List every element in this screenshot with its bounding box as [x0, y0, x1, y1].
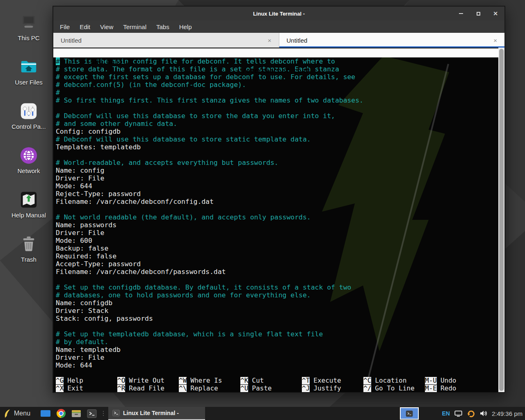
editor-line-10: Config: configdb: [53, 128, 498, 135]
desktop-icon-network[interactable]: Network: [3, 146, 54, 174]
menu-label: Menu: [14, 410, 30, 417]
editor-line-31: # databases, one to hold passwords and o…: [53, 291, 498, 299]
shortcut-label: Paste: [252, 384, 272, 392]
editor-line-16: Driver: File: [53, 174, 498, 182]
shortcut-key: ^W: [179, 377, 187, 384]
show-desktop-button[interactable]: [40, 409, 51, 418]
menu-item-tabs[interactable]: Tabs: [156, 23, 169, 30]
shortcut-key: M-E: [425, 385, 437, 392]
nano-shortcut-location: ^CLocation: [363, 377, 425, 384]
update-notifier-icon[interactable]: [467, 409, 475, 418]
shortcut-label: Justify: [313, 384, 341, 392]
editor-line-5: #: [53, 89, 498, 96]
shortcut-label: Undo: [441, 377, 457, 384]
desktop-icon-this-pc[interactable]: This PC: [3, 13, 54, 41]
scrollbar-track[interactable]: [498, 48, 504, 392]
tab-close-icon[interactable]: ×: [268, 37, 272, 44]
network-globe-icon: [19, 146, 38, 165]
editor-line-12: Templates: templatedb: [53, 143, 498, 151]
nano-shortcut-undo: M-UUndo: [425, 377, 486, 384]
this-pc-icon: [19, 13, 38, 32]
taskbar-window-button[interactable]: Linux Lite Terminal -: [108, 407, 205, 420]
control-panel-icon: [19, 102, 38, 121]
editor-line-6: # So first things first. This first stan…: [53, 96, 498, 104]
shortcut-label: Cut: [252, 377, 264, 384]
shortcut-key: ^R: [117, 385, 125, 392]
menu-item-terminal[interactable]: Terminal: [123, 23, 146, 30]
file-manager-launcher[interactable]: [71, 409, 81, 418]
tasklist-handle[interactable]: [102, 411, 105, 416]
clock[interactable]: 2:49:36 pm: [492, 410, 525, 417]
desktop-icon-user-files[interactable]: User Files: [3, 57, 54, 86]
tab-untitled-2[interactable]: Untitled ×: [279, 33, 505, 48]
desktop-icon-control-panel[interactable]: Control Pa...: [3, 102, 54, 130]
desktop-icon-help-manual[interactable]: Help Manual: [3, 190, 54, 219]
shortcut-key: ^G: [56, 377, 64, 384]
display-tray-icon[interactable]: [454, 411, 462, 417]
desktop-icon-label: This PC: [18, 34, 39, 41]
taskbar: Menu Linux Lite Terminal -: [0, 407, 525, 420]
terminal-icon: [87, 409, 97, 418]
nano-shortcut-where-is: ^WWhere Is: [179, 377, 240, 384]
start-menu-button[interactable]: Menu: [0, 407, 34, 420]
menu-item-file[interactable]: File: [60, 23, 70, 30]
linux-lite-feather-icon: [3, 409, 11, 418]
desktop-icon-label: Trash: [21, 256, 37, 263]
scrollbar-thumb[interactable]: [499, 49, 504, 391]
window-titlebar[interactable]: Linux Lite Terminal - ✕: [53, 7, 504, 21]
terminal-body: GNU nano 7.2 /etc/debconf.conf # This is…: [53, 48, 504, 392]
editor-line-9: # and some other dynamic data.: [53, 120, 498, 128]
menu-item-edit[interactable]: Edit: [80, 23, 90, 30]
tab-close-icon[interactable]: ×: [493, 37, 497, 44]
menu-item-view[interactable]: View: [100, 23, 113, 30]
desktop-icon-trash[interactable]: Trash: [3, 235, 54, 263]
tab-bar: Untitled × Untitled ×: [53, 33, 504, 48]
keyboard-layout-indicator[interactable]: EN: [442, 410, 450, 417]
shortcut-label: Execute: [313, 377, 341, 384]
editor-line-14: # World-readable, and accepts everything…: [53, 159, 498, 167]
shortcut-key: ^O: [117, 377, 125, 384]
close-icon[interactable]: ✕: [492, 10, 499, 17]
user-files-folder-icon: [19, 57, 38, 76]
chrome-launcher[interactable]: [57, 409, 66, 418]
editor-line-28: Filename: /var/cache/debconf/passwords.d…: [53, 268, 498, 276]
workspace-pager[interactable]: [400, 407, 419, 420]
shortcut-label: Read File: [129, 384, 164, 392]
editor-line-19: Filename: /var/cache/debconf/config.dat: [53, 198, 498, 205]
maximize-icon[interactable]: [475, 10, 482, 17]
shortcut-row-2: ^XExit^RRead File^\Replace^UPaste^JJusti…: [53, 384, 498, 392]
shortcut-key: ^U: [240, 385, 248, 392]
terminal-window: Linux Lite Terminal - ✕ FileEditViewTerm…: [52, 6, 505, 393]
editor-line-35: [53, 322, 498, 330]
nano-shortcut-redo: M-ERedo: [425, 384, 486, 392]
editor-line-8: # Debconf will use this database to stor…: [53, 112, 498, 120]
tab-label: Untitled: [61, 37, 82, 44]
shortcut-key: ^K: [240, 377, 248, 384]
terminal-launcher[interactable]: [87, 409, 97, 418]
shortcut-label: Redo: [441, 384, 457, 392]
menu-item-help[interactable]: Help: [179, 23, 192, 30]
tab-label: Untitled: [287, 37, 308, 44]
shortcut-label: Replace: [190, 384, 218, 392]
minimize-icon[interactable]: [458, 10, 464, 17]
nano-shortcut-read-file: ^RRead File: [117, 384, 179, 392]
editor-line-18: Reject-Type: password: [53, 190, 498, 198]
editor-line-17: Mode: 644: [53, 182, 498, 190]
file-manager-icon: [71, 409, 81, 418]
editor-line-13: [53, 151, 498, 159]
nano-shortcut-help: ^GHelp: [56, 377, 117, 384]
taskbar-window-label: Linux Lite Terminal -: [123, 410, 179, 416]
editor-line-30: # Set up the configdb database. By defau…: [53, 283, 498, 291]
editor-line-24: Mode: 600: [53, 237, 498, 244]
terminal-icon: [406, 411, 413, 417]
desktop-icon-label: Control Pa...: [11, 123, 46, 130]
editor-line-40: Mode: 644: [53, 361, 498, 369]
desktop-icon-label: Help Manual: [11, 212, 46, 219]
nano-editor[interactable]: GNU nano 7.2 /etc/debconf.conf # This is…: [53, 48, 498, 392]
shortcut-label: Write Out: [129, 377, 164, 384]
shortcut-key: ^J: [302, 385, 310, 392]
tab-untitled-1[interactable]: Untitled ×: [53, 33, 279, 48]
shortcut-key: ^\: [179, 385, 187, 392]
volume-icon[interactable]: [480, 410, 487, 417]
editor-line-20: [53, 205, 498, 213]
